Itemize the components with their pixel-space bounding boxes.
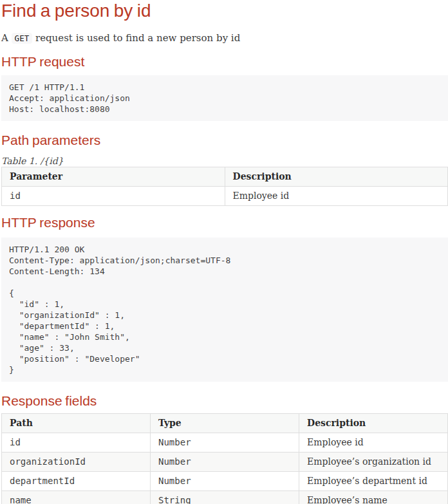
type-cell: Number [151, 433, 299, 453]
intro-suffix: request is used to find a new person by … [32, 32, 240, 44]
http-request-code-block: GET /1 HTTP/1.1 Accept: application/json… [1, 75, 448, 121]
section-heading-path-parameters: Path parameters [1, 133, 448, 147]
intro-prefix: A [1, 32, 12, 44]
column-header-description: Description [299, 414, 448, 433]
path-cell: name [2, 491, 151, 504]
column-header-parameter: Parameter [2, 167, 225, 186]
table-row: organizationId Number Employee’s organiz… [2, 453, 448, 472]
table-header-row: Parameter Description [2, 167, 448, 186]
type-cell: Number [151, 472, 299, 491]
path-cell: departmentId [2, 472, 151, 491]
description-cell: Employee id [225, 186, 448, 205]
section-heading-http-response: HTTP response [1, 215, 448, 230]
table-header-row: Path Type Description [2, 414, 448, 433]
table-row: name String Employee’s name [2, 491, 448, 504]
column-header-path: Path [2, 414, 151, 433]
path-cell: id [2, 433, 151, 453]
http-response-code: HTTP/1.1 200 OK Content-Type: applicatio… [1, 238, 448, 382]
description-cell: Employee’s name [299, 491, 448, 504]
intro-paragraph: A GET request is used to find a new pers… [1, 32, 448, 45]
type-cell: Number [151, 453, 299, 472]
section-heading-http-request: HTTP request [1, 54, 448, 69]
section-heading-response-fields: Response fields [1, 393, 448, 408]
table-row: id Number Employee id [2, 433, 448, 453]
http-response-code-block: HTTP/1.1 200 OK Content-Type: applicatio… [1, 238, 448, 382]
table-caption: Table 1. /{id} [1, 155, 448, 167]
column-header-description: Description [225, 167, 448, 186]
description-cell: Employee’s organization id [299, 453, 448, 472]
document: Find a person by id A GET request is use… [0, 0, 448, 504]
path-parameters-table: Parameter Description id Employee id [1, 167, 448, 206]
response-fields-table: Path Type Description id Number Employee… [1, 413, 448, 504]
get-inline-code: GET [12, 33, 33, 44]
description-cell: Employee’s department id [299, 472, 448, 491]
parameter-cell: id [2, 186, 225, 205]
http-request-code: GET /1 HTTP/1.1 Accept: application/json… [1, 75, 448, 121]
description-cell: Employee id [299, 433, 448, 453]
page-title: Find a person by id [1, 1, 448, 21]
column-header-type: Type [151, 414, 299, 433]
type-cell: String [151, 491, 299, 504]
table-row: departmentId Number Employee’s departmen… [2, 472, 448, 491]
table-row: id Employee id [2, 186, 448, 205]
path-cell: organizationId [2, 453, 151, 472]
